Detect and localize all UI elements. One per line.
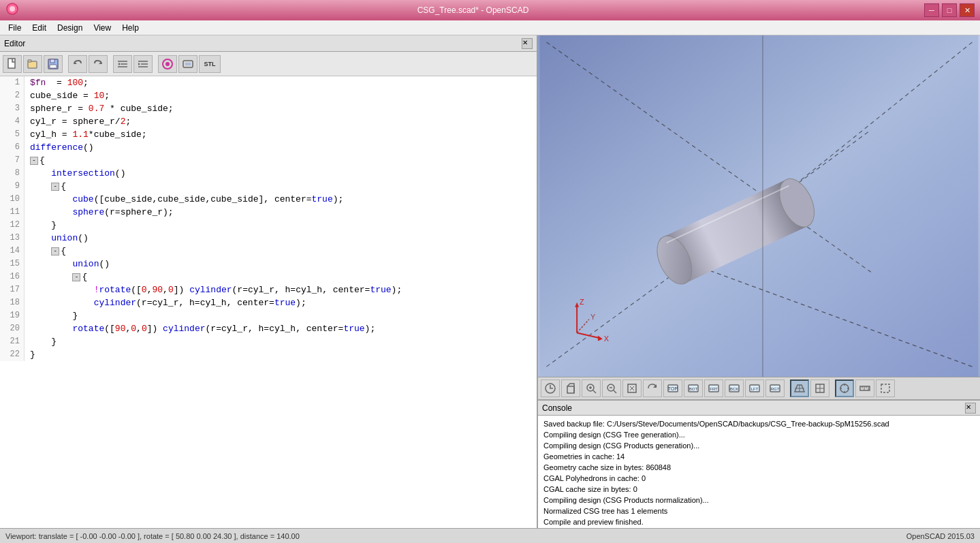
editor-label: Editor	[4, 39, 25, 48]
orthographic-btn[interactable]	[810, 379, 829, 397]
undo-button[interactable]	[68, 55, 87, 73]
editor-close-button[interactable]: ✕	[522, 38, 533, 49]
selection-btn[interactable]	[876, 379, 895, 397]
code-line-10: 10 cube([cube_side,cube_side,cube_side],…	[0, 193, 537, 206]
code-line-7: 7 -{	[0, 154, 537, 167]
open-button[interactable]	[23, 55, 42, 73]
3d-viewport[interactable]: Z X Y	[538, 35, 980, 377]
save-button[interactable]	[44, 55, 63, 73]
zoom-out-btn[interactable]	[602, 379, 621, 397]
console-close-button[interactable]: ✕	[965, 403, 976, 414]
console-panel: Console ✕ Saved backup file: C:/Users/St…	[538, 400, 980, 543]
view-reset-btn[interactable]	[541, 379, 560, 397]
console-line-9: Normalized CSG tree has 1 elements	[543, 506, 975, 516]
view-top-btn[interactable]: TOP	[663, 379, 682, 397]
svg-point-1	[10, 6, 15, 12]
code-line-11: 11 sphere(r=sphere_r);	[0, 206, 537, 219]
zoom-in-btn[interactable]	[582, 379, 601, 397]
view-right-btn[interactable]: RGT	[765, 379, 785, 397]
console-line-10: Compile and preview finished.	[543, 516, 975, 527]
code-line-2: 2 cube_side = 10;	[0, 89, 537, 102]
svg-text:X: X	[604, 335, 610, 343]
svg-rect-6	[50, 59, 54, 63]
console-line-6: CGAL Polyhedrons in cache: 0	[543, 473, 975, 484]
menubar: File Edit Design View Help	[0, 20, 980, 35]
indent-more-button[interactable]	[133, 55, 153, 73]
svg-rect-7	[50, 65, 57, 68]
titlebar: CSG_Tree.scad* - OpenSCAD ─ □ ✕	[0, 0, 980, 20]
console-content[interactable]: Saved backup file: C:/Users/Steve/Docume…	[538, 416, 980, 543]
view-bottom-btn[interactable]: BOT	[684, 379, 703, 397]
render-button[interactable]	[178, 55, 197, 73]
statusbar-right: OpenSCAD 2015.03	[906, 532, 975, 540]
view-front-btn[interactable]: FRT	[704, 379, 723, 397]
app-icon	[5, 2, 22, 18]
statusbar-left: Viewport: translate = [ -0.00 -0.00 -0.0…	[5, 532, 300, 540]
console-line-3: Compiling design (CSG Products generatio…	[543, 440, 975, 451]
view-back-btn[interactable]: BCK	[725, 379, 744, 397]
close-button[interactable]: ✕	[960, 3, 975, 17]
collapse-9[interactable]: -	[51, 183, 59, 191]
svg-rect-2	[8, 59, 15, 68]
code-line-16: 16 -{	[0, 270, 537, 283]
restore-button[interactable]: □	[942, 3, 957, 17]
main-layout: Editor ✕	[0, 35, 980, 543]
svg-text:LFT: LFT	[751, 387, 759, 391]
svg-point-19	[165, 62, 170, 66]
code-line-20: 20 rotate([90,0,0]) cylinder(r=cyl_r, h=…	[0, 322, 537, 335]
code-line-12: 12 }	[0, 219, 537, 232]
console-label: Console	[542, 403, 572, 413]
console-line-5: Geometry cache size in bytes: 860848	[543, 462, 975, 473]
console-line-4: Geometries in cache: 14	[543, 451, 975, 462]
svg-line-44	[593, 390, 596, 393]
console-line-1: Saved backup file: C:/Users/Steve/Docume…	[543, 418, 975, 429]
code-line-9: 9 -{	[0, 180, 537, 193]
view-cube-btn[interactable]	[561, 379, 580, 397]
view-left-btn[interactable]: LFT	[745, 379, 764, 397]
editor-panel: Editor ✕	[0, 35, 538, 543]
new-button[interactable]	[3, 55, 22, 73]
code-line-22: 22 }	[0, 348, 537, 361]
code-line-19: 19 }	[0, 309, 537, 322]
code-line-13: 13 union()	[0, 232, 537, 245]
console-header: Console ✕	[538, 401, 980, 416]
svg-marker-13	[118, 63, 120, 65]
svg-text:Y: Y	[590, 313, 596, 321]
menu-design[interactable]: Design	[52, 22, 88, 34]
svg-rect-21	[185, 63, 191, 65]
rotate-btn[interactable]	[643, 379, 662, 397]
collapse-16[interactable]: -	[72, 273, 80, 281]
crosshair-btn[interactable]	[835, 379, 854, 397]
console-line-8: Compiling design (CSG Products normaliza…	[543, 495, 975, 506]
window-title: CSG_Tree.scad* - OpenSCAD	[417, 5, 529, 15]
menu-file[interactable]: File	[3, 22, 27, 34]
svg-text:TOP: TOP	[668, 386, 678, 391]
editor-toolbar: STL	[0, 52, 537, 76]
ruler-btn[interactable]	[855, 379, 874, 397]
collapse-14[interactable]: -	[51, 247, 59, 255]
menu-help[interactable]: Help	[116, 22, 144, 34]
window-controls: ─ □ ✕	[924, 3, 975, 17]
console-line-7: CGAL cache size in bytes: 0	[543, 484, 975, 495]
code-line-5: 5 cyl_h = 1.1*cube_side;	[0, 128, 537, 141]
zoom-all-btn[interactable]	[622, 379, 642, 397]
code-line-4: 4 cyl_r = sphere_r/2;	[0, 115, 537, 128]
minimize-button[interactable]: ─	[924, 3, 939, 17]
preview-button[interactable]	[158, 55, 177, 73]
svg-rect-41	[567, 386, 574, 393]
redo-button[interactable]	[89, 55, 108, 73]
code-line-3: 3 sphere_r = 0.7 * cube_side;	[0, 102, 537, 115]
perspective-btn[interactable]	[790, 379, 809, 397]
code-line-21: 21 }	[0, 335, 537, 348]
collapse-7[interactable]: -	[30, 157, 38, 165]
svg-line-48	[614, 390, 616, 393]
svg-text:FRT: FRT	[710, 387, 718, 391]
indent-less-button[interactable]	[113, 55, 132, 73]
export-stl-button[interactable]: STL	[199, 55, 221, 73]
svg-text:Z: Z	[580, 298, 584, 306]
code-editor[interactable]: 1 $fn = 100; 2 cube_side = 10; 3 sphere_…	[0, 76, 537, 543]
code-line-8: 8 intersection()	[0, 167, 537, 180]
code-line-15: 15 union()	[0, 258, 537, 270]
menu-view[interactable]: View	[88, 22, 116, 34]
menu-edit[interactable]: Edit	[27, 22, 52, 34]
